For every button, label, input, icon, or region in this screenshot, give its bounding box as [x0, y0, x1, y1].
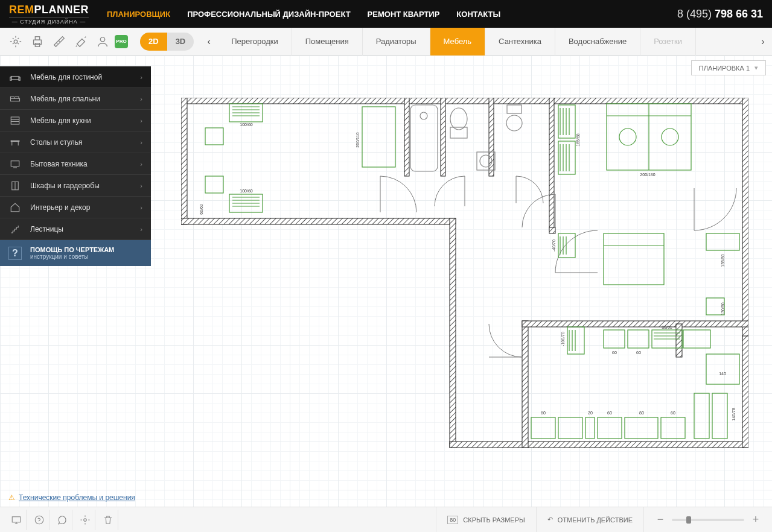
sidebar-item-stairs[interactable]: Лестницы ›: [0, 218, 151, 240]
nav-renovation[interactable]: РЕМОНТ КВАРТИР: [368, 10, 440, 19]
tabs-prev-icon[interactable]: ‹: [200, 28, 218, 55]
person-icon[interactable]: [93, 32, 112, 51]
nav-design-project[interactable]: ПРОФЕССИОНАЛЬНЫЙ ДИЗАЙН-ПРОЕКТ: [187, 10, 350, 19]
tabs-next-icon[interactable]: ›: [754, 28, 772, 55]
svg-point-102: [35, 516, 43, 524]
sidebar-item-decor[interactable]: Интерьер и декор ›: [0, 197, 151, 218]
view-3d-button[interactable]: 3D: [167, 33, 194, 51]
tools-icon[interactable]: [71, 32, 91, 51]
gear-icon[interactable]: [75, 510, 95, 530]
layout-selector[interactable]: ПЛАНИРОВКА 1 ▾: [691, 60, 766, 75]
svg-rect-49: [625, 417, 658, 439]
floorplan-svg[interactable]: 100/60 200/110 100/60 60/60 90/45 165/68…: [181, 98, 748, 454]
bottom-icon-group: [0, 510, 124, 530]
svg-rect-11: [450, 218, 456, 448]
wardrobe-icon: [8, 179, 22, 192]
svg-rect-45: [531, 417, 555, 439]
svg-text:60: 60: [612, 350, 617, 355]
svg-rect-53: [706, 354, 739, 384]
svg-rect-14: [742, 336, 748, 448]
svg-point-4: [100, 37, 104, 41]
chevron-right-icon: ›: [140, 182, 142, 189]
svg-text:88/51: 88/51: [662, 325, 672, 329]
measure-icon[interactable]: [49, 32, 69, 51]
kitchen-icon: [8, 114, 22, 127]
tab-water[interactable]: Водоснабжение: [555, 28, 640, 55]
tab-furniture[interactable]: Мебель: [430, 28, 486, 55]
logo[interactable]: REMPLANNER — СТУДИЯ ДИЗАЙНА —: [9, 4, 89, 25]
svg-point-59: [420, 112, 427, 119]
tech-problems-link[interactable]: ⚠Технические проблемы и решения: [8, 493, 135, 502]
sidebar-item-appliances[interactable]: Бытовая техника ›: [0, 153, 151, 175]
zoom-out-button[interactable]: −: [655, 513, 666, 526]
zoom-control: − +: [643, 507, 772, 533]
sidebar-help[interactable]: ? ПОМОЩЬ ПО ЧЕРТЕЖАМ инструкции и советы: [0, 240, 151, 266]
svg-rect-19: [441, 98, 445, 176]
settings-icon[interactable]: [6, 32, 25, 51]
svg-rect-41: [567, 327, 584, 354]
help-title: ПОМОЩЬ ПО ЧЕРТЕЖАМ: [30, 246, 114, 253]
tab-sockets[interactable]: Розетки: [640, 28, 696, 55]
sidebar-item-label: Интерьер и декор: [30, 203, 140, 212]
bed-icon: [8, 92, 22, 106]
svg-text:140/78: 140/78: [732, 408, 736, 421]
svg-rect-101: [12, 516, 21, 522]
hide-dimensions-button[interactable]: 80 СКРЫТЬ РАЗМЕРЫ: [436, 507, 535, 533]
view-2d-button[interactable]: 2D: [140, 33, 167, 51]
svg-point-60: [450, 108, 467, 130]
view-toggle: 2D 3D: [140, 33, 194, 51]
sidebar-item-tables[interactable]: Столы и стулья ›: [0, 131, 151, 153]
svg-rect-61: [450, 127, 467, 138]
zoom-in-button[interactable]: +: [750, 513, 761, 526]
category-tabs: Перегородки Помещения Радиаторы Мебель С…: [218, 28, 754, 55]
chevron-right-icon: ›: [140, 74, 142, 81]
svg-rect-7: [181, 98, 555, 104]
stairs-icon: [8, 223, 22, 236]
help-icon[interactable]: [29, 510, 49, 530]
svg-rect-8: [549, 98, 748, 104]
nav-contacts[interactable]: КОНТАКТЫ: [456, 10, 500, 19]
sidebar-item-kitchen[interactable]: Мебель для кухни ›: [0, 110, 151, 131]
svg-text:-100/70: -100/70: [561, 332, 565, 346]
chat-icon[interactable]: [52, 510, 72, 530]
sidebar-item-wardrobes[interactable]: Шкафы и гардеробы ›: [0, 175, 151, 197]
furniture-sidebar: Мебель для гостиной › Мебель для спальни…: [0, 66, 151, 266]
tab-radiators[interactable]: Радиаторы: [363, 28, 430, 55]
svg-point-103: [83, 518, 86, 521]
tv-icon: [8, 157, 22, 171]
chevron-right-icon: ›: [140, 160, 142, 168]
zoom-slider[interactable]: [672, 519, 744, 521]
sidebar-item-label: Мебель для спальни: [30, 95, 140, 103]
screen-icon[interactable]: [6, 510, 27, 530]
svg-rect-22: [549, 227, 555, 233]
zoom-handle[interactable]: [686, 516, 691, 524]
chevron-right-icon: ›: [140, 139, 142, 146]
svg-text:200/110: 200/110: [356, 132, 360, 147]
svg-rect-48: [598, 417, 622, 439]
svg-rect-10: [181, 218, 456, 224]
sidebar-item-bedroom[interactable]: Мебель для спальни ›: [0, 88, 151, 110]
svg-rect-52: [712, 393, 727, 439]
nav-planner[interactable]: ПЛАНИРОВЩИК: [107, 10, 170, 19]
tab-plumbing[interactable]: Сантехника: [485, 28, 555, 55]
svg-rect-97: [11, 160, 19, 166]
svg-point-39: [662, 128, 678, 145]
logo-planner: PLANNER: [34, 4, 89, 16]
pro-badge[interactable]: PRO: [115, 35, 128, 48]
phone-number[interactable]: 8 (495) 798 66 31: [677, 8, 763, 21]
toolbar: PRO 2D 3D ‹ Перегородки Помещения Радиат…: [0, 28, 772, 55]
main-nav: ПЛАНИРОВЩИК ПРОФЕССИОНАЛЬНЫЙ ДИЗАЙН-ПРОЕ…: [107, 10, 677, 19]
dimensions-icon: 80: [447, 516, 458, 524]
svg-rect-31: [205, 128, 223, 145]
svg-rect-54: [604, 330, 625, 348]
sidebar-item-living[interactable]: Мебель для гостиной ›: [0, 66, 151, 88]
svg-rect-15: [522, 321, 528, 448]
tab-walls[interactable]: Перегородки: [218, 28, 292, 55]
print-icon[interactable]: [28, 32, 47, 51]
question-icon: ?: [8, 247, 22, 260]
svg-rect-35: [558, 105, 575, 138]
svg-rect-58: [410, 105, 438, 171]
undo-button[interactable]: ↶ ОТМЕНИТЬ ДЕЙСТВИЕ: [536, 507, 643, 533]
tab-rooms[interactable]: Помещения: [292, 28, 363, 55]
trash-icon[interactable]: [98, 510, 118, 530]
